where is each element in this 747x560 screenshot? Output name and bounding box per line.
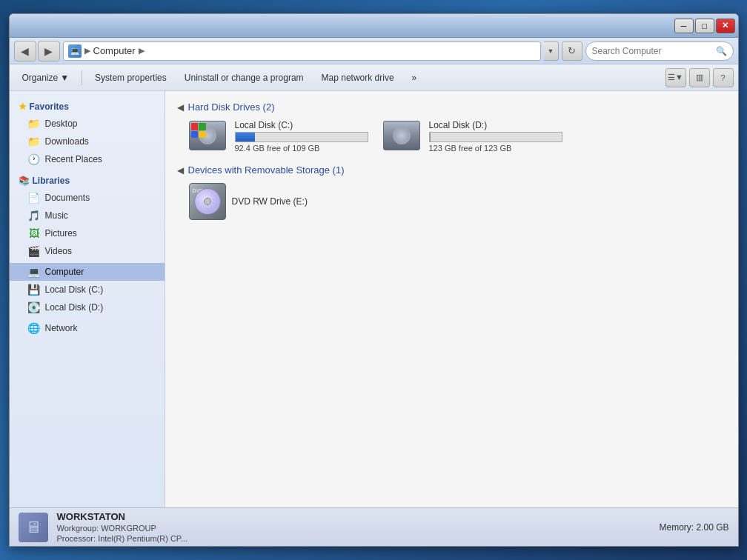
libraries-section-title: 📚 Libraries: [10, 171, 165, 189]
music-label: Music: [45, 210, 68, 221]
downloads-label: Downloads: [45, 136, 89, 147]
search-input[interactable]: [592, 46, 713, 56]
videos-label: Videos: [45, 246, 72, 256]
favorites-label: Favorites: [30, 101, 69, 112]
drive-d-row: Local Disk (D:) 123 GB free of 123 GB: [383, 120, 562, 153]
map-network-button[interactable]: Map network drive: [313, 67, 402, 88]
desktop-label: Desktop: [45, 119, 78, 129]
favorites-star-icon: ★: [19, 101, 27, 112]
toolbar-right: ☰▼ ▥ ?: [665, 68, 734, 87]
drive-d-bar-container: [429, 132, 562, 142]
content-pane: ◀ Hard Disk Drives (2): [165, 91, 738, 507]
sidebar-item-documents[interactable]: 📄 Documents: [10, 189, 165, 207]
pictures-label: Pictures: [45, 228, 77, 239]
sidebar-item-desktop[interactable]: 📁 Desktop: [10, 115, 165, 133]
local-disk-d-icon: 💽: [27, 301, 41, 314]
recent-places-icon: 🕐: [27, 153, 41, 166]
map-network-label: Map network drive: [322, 73, 394, 83]
desktop-folder-icon: 📁: [27, 117, 41, 130]
organize-button[interactable]: Organize ▼: [14, 67, 78, 88]
libraries-section: 📚 Libraries 📄 Documents 🎵 Music 🖼 Pictur…: [10, 171, 165, 260]
drive-d-icon-container: [383, 121, 423, 152]
sidebar-item-network[interactable]: 🌐 Network: [10, 319, 165, 337]
drive-c-free-text: 92.4 GB free of 109 GB: [235, 144, 368, 153]
favorites-section-title: ★ Favorites: [10, 97, 165, 115]
search-box[interactable]: 🔍: [585, 41, 734, 61]
system-properties-label: System properties: [95, 73, 167, 83]
hard-disks-collapse-arrow[interactable]: ◀: [177, 102, 184, 113]
sidebar-item-computer[interactable]: 💻 Computer: [10, 263, 165, 281]
hdd-c-icon: [189, 121, 226, 150]
dvd-disc: [194, 188, 221, 215]
documents-label: Documents: [45, 193, 90, 203]
status-computer-icon: 🖥: [19, 513, 48, 542]
network-icon: 🌐: [27, 321, 41, 335]
uninstall-label: Uninstall or change a program: [185, 73, 304, 83]
address-dropdown[interactable]: ▼: [544, 41, 559, 61]
explorer-window: ─ □ ✕ ◀ ▶ 💻 ▶ Computer ▶ ▼ ↻ 🔍 Organize …: [9, 13, 739, 547]
close-button[interactable]: ✕: [716, 19, 735, 33]
drive-c-bar-container: [235, 132, 368, 142]
drive-d-free-text: 123 GB free of 123 GB: [429, 144, 562, 153]
status-computer-name: WORKSTATON: [57, 511, 187, 522]
hard-disks-section-title: Hard Disk Drives (2): [188, 101, 275, 113]
uninstall-button[interactable]: Uninstall or change a program: [176, 67, 312, 88]
status-workgroup: Workgroup: WORKGROUP: [57, 524, 187, 533]
breadcrumb-bar: 💻 ▶ Computer ▶: [63, 41, 541, 61]
status-processor: Processor: Intel(R) Pentium(R) CP...: [57, 534, 187, 543]
title-bar-controls: ─ □ ✕: [674, 19, 735, 33]
maximize-button[interactable]: □: [695, 19, 714, 33]
drive-item-c[interactable]: Local Disk (C:) 92.4 GB free of 109 GB: [189, 120, 368, 153]
drive-c-label: Local Disk (C:): [235, 120, 368, 130]
sidebar-item-local-disk-c[interactable]: 💾 Local Disk (C:): [10, 281, 165, 299]
forward-button[interactable]: ▶: [38, 41, 60, 61]
local-disk-d-label: Local Disk (D:): [45, 302, 104, 313]
sidebar-item-recent-places[interactable]: 🕐 Recent Places: [10, 150, 165, 168]
system-properties-button[interactable]: System properties: [87, 67, 175, 88]
organize-arrow-icon: ▼: [60, 73, 69, 83]
dvd-drive-item[interactable]: DVD DVD RW Drive (E:): [177, 183, 726, 220]
more-icon: »: [412, 73, 417, 83]
favorites-section: ★ Favorites 📁 Desktop 📁 Downloads 🕐 Rece…: [10, 97, 165, 168]
removable-section-title: Devices with Removable Storage (1): [188, 164, 345, 176]
sidebar-item-local-disk-d[interactable]: 💽 Local Disk (D:): [10, 299, 165, 316]
network-section: 🌐 Network: [10, 319, 165, 337]
local-disk-c-icon: 💾: [27, 283, 41, 296]
help-button[interactable]: ?: [713, 68, 734, 87]
dvd-drive-label: DVD RW Drive (E:): [232, 196, 308, 207]
drive-c-info: Local Disk (C:) 92.4 GB free of 109 GB: [235, 120, 368, 153]
removable-collapse-arrow[interactable]: ◀: [177, 165, 184, 176]
breadcrumb-text[interactable]: Computer: [93, 45, 136, 56]
preview-pane-button[interactable]: ▥: [689, 68, 710, 87]
removable-section-header: ◀ Devices with Removable Storage (1): [177, 164, 726, 176]
computer-breadcrumb-icon: 💻: [68, 44, 82, 58]
back-button[interactable]: ◀: [14, 41, 36, 61]
breadcrumb-arrow2: ▶: [139, 46, 145, 56]
drive-item-d[interactable]: Local Disk (D:) 123 GB free of 123 GB: [383, 120, 562, 153]
toolbar-separator-1: [82, 70, 82, 85]
sidebar-item-music[interactable]: 🎵 Music: [10, 207, 165, 224]
downloads-folder-icon: 📁: [27, 135, 41, 148]
breadcrumb-arrow: ▶: [84, 46, 90, 56]
refresh-button[interactable]: ↻: [562, 41, 582, 61]
local-disk-c-label: Local Disk (C:): [45, 284, 104, 295]
search-icon: 🔍: [716, 46, 727, 56]
sidebar-item-downloads[interactable]: 📁 Downloads: [10, 133, 165, 150]
recent-places-label: Recent Places: [45, 154, 102, 164]
hard-disks-section-header: ◀ Hard Disk Drives (2): [177, 101, 726, 113]
dvd-drive-icon: DVD: [189, 183, 226, 220]
drives-grid: Local Disk (C:) 92.4 GB free of 109 GB: [177, 120, 726, 153]
sidebar: ★ Favorites 📁 Desktop 📁 Downloads 🕐 Rece…: [10, 91, 165, 507]
sidebar-item-pictures[interactable]: 🖼 Pictures: [10, 224, 165, 242]
minimize-button[interactable]: ─: [674, 19, 694, 33]
view-options-button[interactable]: ☰▼: [665, 68, 686, 87]
hdd-d-icon: [383, 121, 420, 150]
nav-buttons: ◀ ▶: [14, 41, 60, 61]
network-label: Network: [45, 323, 78, 333]
libraries-label: Libraries: [33, 176, 70, 186]
sidebar-item-videos[interactable]: 🎬 Videos: [10, 242, 165, 260]
drive-c-icon-container: [189, 121, 229, 152]
more-button[interactable]: »: [404, 67, 425, 88]
drive-d-info: Local Disk (D:) 123 GB free of 123 GB: [429, 120, 562, 153]
title-bar: ─ □ ✕: [10, 14, 738, 38]
